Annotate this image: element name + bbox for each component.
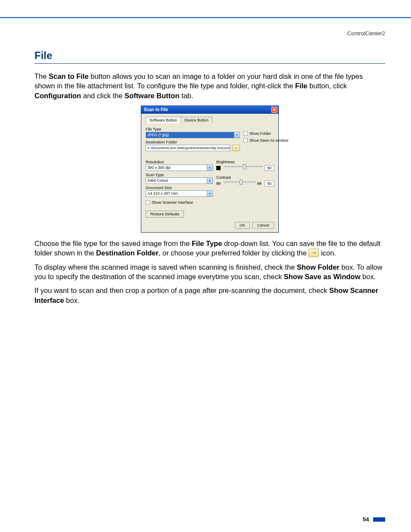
page-footer: 54 xyxy=(0,516,411,523)
brightness-value[interactable]: 50 xyxy=(265,165,274,171)
bold-file-type: File Type xyxy=(192,240,222,247)
bold-show-folder: Show Folder xyxy=(297,263,339,271)
text: tab. xyxy=(179,92,193,100)
chevron-down-icon[interactable]: ▼ xyxy=(207,178,212,184)
bold-destination-folder: Destination Folder xyxy=(96,249,159,257)
show-scanner-interface-checkbox[interactable] xyxy=(146,200,150,205)
text: box. xyxy=(64,296,80,304)
contrast-label: Contrast xyxy=(216,175,274,180)
show-save-as-label: Show Save As window xyxy=(249,138,289,143)
file-type-value: JPEG (*.jpg) xyxy=(147,133,169,137)
destination-folder-label: Destination Folder xyxy=(146,140,240,144)
text: If you want to scan and then crop a port… xyxy=(34,286,329,294)
folder-browse-icon: ⇢ xyxy=(308,249,319,257)
dialog-footer: OK Cancel xyxy=(146,222,274,229)
text: , or choose your preferred folder by cli… xyxy=(159,249,309,257)
text: box. xyxy=(360,273,376,280)
show-folder-checkbox[interactable] xyxy=(243,131,248,136)
show-save-as-checkbox[interactable] xyxy=(243,138,248,143)
brightness-label: Brightness xyxy=(216,160,274,164)
chevron-down-icon[interactable]: ▼ xyxy=(207,191,212,196)
upper-fields: File Type JPEG (*.jpg) ▼ Destination Fol… xyxy=(146,125,274,151)
bold-software-button: Software Button xyxy=(125,92,179,100)
bold-file: File xyxy=(295,82,307,90)
dialog-title: Scan to File xyxy=(144,107,168,112)
section-heading: File xyxy=(34,50,385,62)
slider-thumb-icon[interactable] xyxy=(243,164,246,169)
ok-button[interactable]: OK xyxy=(235,222,250,229)
file-type-dropdown[interactable]: JPEG (*.jpg) ▼ xyxy=(146,132,240,138)
document-size-value: A4 210 x 297 mm xyxy=(147,191,178,196)
header-breadcrumb: ControlCenter2 xyxy=(0,18,411,37)
scan-type-dropdown[interactable]: 24bit Colour ▼ xyxy=(146,177,213,184)
restore-defaults-button[interactable]: Restore Defaults xyxy=(146,211,184,218)
heading-rule xyxy=(34,63,385,64)
chevron-down-icon[interactable]: ▼ xyxy=(207,165,212,171)
dialog-body: Software Button Device Button File Type … xyxy=(141,114,278,232)
show-folder-label: Show Folder xyxy=(249,131,271,136)
resolution-label: Resolution xyxy=(146,160,213,164)
footer-accent-icon xyxy=(373,517,385,522)
scan-type-value: 24bit Colour xyxy=(147,178,168,183)
scan-to-file-dialog: Scan to File ✕ Software Button Device Bu… xyxy=(141,106,279,233)
text: Choose the file type for the saved image… xyxy=(34,240,192,247)
cancel-button[interactable]: Cancel xyxy=(252,222,274,229)
text: To display where the scanned image is sa… xyxy=(34,263,297,271)
brightness-dark-icon xyxy=(216,166,221,170)
text: The xyxy=(34,72,49,80)
bold-configuration: Configuration xyxy=(34,92,81,100)
dialog-screenshot: Scan to File ✕ Software Button Device Bu… xyxy=(34,106,385,233)
text: button, click xyxy=(307,82,347,90)
paragraph-show-folder: To display where the scanned image is sa… xyxy=(34,262,385,282)
browse-folder-icon[interactable]: ⇢ xyxy=(232,145,240,151)
show-scanner-interface-label: Show Scanner Interface xyxy=(152,200,193,205)
tab-software-button[interactable]: Software Button xyxy=(146,117,181,123)
close-icon[interactable]: ✕ xyxy=(271,107,277,113)
bold-show-save-as: Show Save as Window xyxy=(284,273,361,280)
document-size-label: Document Size xyxy=(146,186,213,190)
contrast-low-icon xyxy=(216,182,221,185)
destination-folder-input[interactable]: C:\Documents and Settings\Administrator\… xyxy=(146,145,230,151)
contrast-slider[interactable] xyxy=(224,181,255,183)
slider-thumb-icon[interactable] xyxy=(240,180,243,185)
dialog-titlebar: Scan to File ✕ xyxy=(141,106,278,114)
tab-row: Software Button Device Button xyxy=(146,116,274,123)
bold-scan-to-file: Scan to File xyxy=(49,72,89,80)
tab-device-button[interactable]: Device Button xyxy=(181,117,212,123)
page-number: 54 xyxy=(363,516,369,523)
chevron-down-icon[interactable]: ▼ xyxy=(234,132,240,138)
resolution-dropdown[interactable]: 300 x 300 dpi ▼ xyxy=(146,165,213,171)
text: and click the xyxy=(81,92,125,100)
paragraph-scanner-interface: If you want to scan and then crop a port… xyxy=(34,286,385,305)
brightness-slider[interactable] xyxy=(224,166,263,167)
file-type-label: File Type xyxy=(146,127,240,131)
resolution-value: 300 x 300 dpi xyxy=(147,165,171,170)
document-size-dropdown[interactable]: A4 210 x 297 mm ▼ xyxy=(146,190,213,197)
page-content: File The Scan to File button allows you … xyxy=(0,37,411,305)
contrast-high-icon xyxy=(257,182,262,185)
paragraph-file-type: Choose the file type for the saved image… xyxy=(34,239,385,258)
text: icon. xyxy=(319,249,336,257)
scan-type-label: Scan Type xyxy=(146,173,213,177)
contrast-value[interactable]: 50 xyxy=(265,180,274,187)
intro-paragraph: The Scan to File button allows you to sc… xyxy=(34,72,385,100)
